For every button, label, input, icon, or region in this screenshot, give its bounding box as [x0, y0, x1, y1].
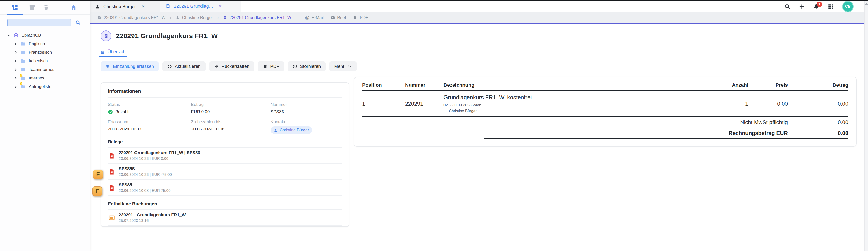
breadcrumb-label: 220291 Grundlagenkurs FR1_W	[104, 15, 166, 20]
einzahlung-erfassen-button[interactable]: Einzahlung erfassen	[101, 61, 159, 71]
mehr-button[interactable]: Mehr	[329, 61, 357, 71]
bezeichnung-title: Grundlagenkurs FR1_W, kostenfrei	[443, 94, 701, 101]
app-window: SprachCB Englisch Französisch Italienisc…	[0, 0, 868, 251]
tree-item-sprachcb[interactable]: SprachCB	[0, 31, 90, 39]
tab-bar: Christine Bürger ✕ 220291 Grundlag… ✕ 1	[90, 1, 864, 12]
tree-item-label: Teaminternes	[29, 67, 55, 72]
folder-icon	[20, 67, 26, 72]
action-label: E-Mail	[311, 15, 324, 20]
chevron-right-icon[interactable]	[13, 68, 18, 72]
field-betrag: Betrag EUR 0.00	[191, 102, 271, 114]
belege-heading: Belege	[108, 139, 342, 144]
pdf-file-icon	[108, 184, 115, 191]
close-icon[interactable]: ✕	[141, 4, 145, 9]
summary-label: Nicht MwSt-pflichtig	[362, 119, 788, 126]
chevron-down-icon[interactable]	[7, 33, 11, 37]
informationen-card: Informationen Status Bezahlt Betrag EUR …	[101, 82, 349, 227]
hint-marker-e[interactable]: E	[92, 186, 102, 196]
chevron-right-icon[interactable]	[13, 85, 18, 89]
scrollbar[interactable]	[864, 1, 868, 251]
sidebar-search-input[interactable]	[7, 19, 71, 26]
beleg-meta: 20.06.2024 10:08 | EUR 75.00	[119, 188, 170, 193]
buchung-title: 220291 - Grundlagenkurs FR1_W	[119, 212, 186, 217]
buchung-item[interactable]: 220291 - Grundlagenkurs FR1_W 25.07.2023…	[108, 210, 342, 226]
stornieren-button[interactable]: Mehr Stornieren	[287, 61, 326, 71]
pdf-file-icon	[108, 152, 115, 159]
tab-label: Übersicht	[107, 49, 127, 55]
field-value: EUR 0.00	[191, 109, 271, 114]
tree-view-icon[interactable]	[12, 4, 18, 11]
search-icon[interactable]	[784, 4, 790, 9]
workspace-icon	[13, 33, 19, 38]
button-label: Mehr	[334, 64, 344, 69]
breadcrumb-item-current[interactable]: 220291 Grundlagenkurs FR1_W	[223, 15, 291, 20]
tab-220291-grundlagenkurs[interactable]: 220291 Grundlag… ✕	[160, 1, 241, 12]
tree-item-italienisch[interactable]: Italienisch	[0, 57, 90, 65]
column-header-anzahl: Anzahl	[701, 82, 748, 88]
button-label: Stornieren	[300, 64, 321, 69]
brief-action[interactable]: Brief	[331, 15, 346, 20]
column-header-preis: Preis	[748, 82, 788, 88]
locked-folder-icon	[20, 84, 26, 89]
tree-item-anfrageliste[interactable]: Anfrageliste	[0, 82, 90, 91]
aktualisieren-button[interactable]: Aktualisieren	[162, 61, 206, 71]
email-action[interactable]: @ E-Mail	[305, 15, 324, 20]
tab-christine-buerger[interactable]: Christine Bürger ✕	[90, 1, 160, 12]
tree-item-teaminternes[interactable]: Teaminternes	[0, 65, 90, 74]
chevron-right-icon[interactable]	[13, 42, 18, 46]
scroll-up-arrow-icon[interactable]	[865, 3, 868, 4]
pdf-action[interactable]: PDF	[353, 15, 368, 20]
breadcrumb-item-kontakt[interactable]: Christine Bürger	[176, 15, 213, 20]
chevron-right-icon[interactable]	[13, 76, 18, 80]
tab-label: 220291 Grundlag…	[174, 4, 213, 9]
page-title: 220291 Grundlagenkurs FR1_W	[116, 32, 218, 40]
tree-item-label: SprachCB	[22, 33, 41, 38]
breadcrumb-item-kurs[interactable]: 220291 Grundlagenkurs FR1_W	[97, 15, 166, 20]
tree-item-franzoesisch[interactable]: Französisch	[0, 48, 90, 57]
close-icon[interactable]: ✕	[219, 3, 222, 9]
chevron-right-icon[interactable]	[13, 59, 18, 63]
apps-grid-icon[interactable]	[828, 4, 834, 9]
kontakt-chip[interactable]: Christine Bürger	[271, 127, 312, 134]
avatar[interactable]: CB	[842, 1, 854, 12]
total-divider	[484, 138, 848, 139]
cell-bezeichnung: Grundlagenkurs FR1_W, kostenfrei 02. - 3…	[443, 94, 701, 113]
beleg-item[interactable]: 220291 Grundlagenkurs FR1_W | SPS86 20.0…	[108, 148, 342, 164]
summary-value: 0.00	[788, 130, 848, 136]
info-grid: Status Bezahlt Betrag EUR 0.00 Nummer SP…	[108, 102, 342, 134]
button-label: Einzahlung erfassen	[113, 64, 154, 69]
pdf-file-icon	[263, 64, 268, 69]
column-header-nummer: Nummer	[405, 82, 443, 88]
archive-icon[interactable]	[29, 4, 35, 11]
pdf-button[interactable]: PDF	[258, 61, 284, 71]
document-icon	[223, 15, 227, 20]
hint-marker-f[interactable]: F	[93, 170, 103, 179]
folder-icon	[20, 50, 26, 55]
trash-icon[interactable]	[43, 4, 49, 11]
chevron-separator-icon: ›	[170, 15, 172, 20]
beleg-item[interactable]: SPS85S 20.06.2024 10:33 | EUR -75.00	[108, 164, 342, 180]
lock-icon	[20, 82, 23, 85]
notifications-bell-icon[interactable]: 1	[813, 4, 819, 9]
home-icon[interactable]	[70, 4, 77, 11]
tree-item-label: Italienisch	[29, 59, 48, 64]
field-label: Betrag	[191, 102, 271, 107]
tree-item-internes[interactable]: Internes	[0, 74, 90, 82]
field-nummer: Nummer SPS86	[271, 102, 342, 114]
search-icon[interactable]	[75, 20, 81, 25]
active-toolbar-tab-underline	[7, 14, 23, 15]
chevron-right-icon[interactable]	[13, 50, 18, 55]
field-kontakt: Kontakt Christine Bürger	[271, 119, 342, 134]
tree-item-englisch[interactable]: Englisch	[0, 39, 90, 48]
sidebar: SprachCB Englisch Französisch Italienisc…	[0, 1, 90, 251]
tab-uebersicht[interactable]: Übersicht	[100, 49, 127, 55]
window-top-edge	[0, 0, 868, 1]
locked-folder-icon	[20, 76, 26, 80]
column-header-bezeichnung: Bezeichnung	[443, 82, 701, 88]
button-label: Rückerstatten	[221, 64, 249, 69]
rueckerstatten-button[interactable]: Rückerstatten	[209, 61, 254, 71]
beleg-item[interactable]: SPS85 20.06.2024 10:08 | EUR 75.00	[108, 180, 342, 196]
plus-icon[interactable]	[799, 4, 805, 9]
beleg-title: 220291 Grundlagenkurs FR1_W | SPS86	[119, 150, 200, 155]
view-tabs: Übersicht	[90, 45, 856, 57]
